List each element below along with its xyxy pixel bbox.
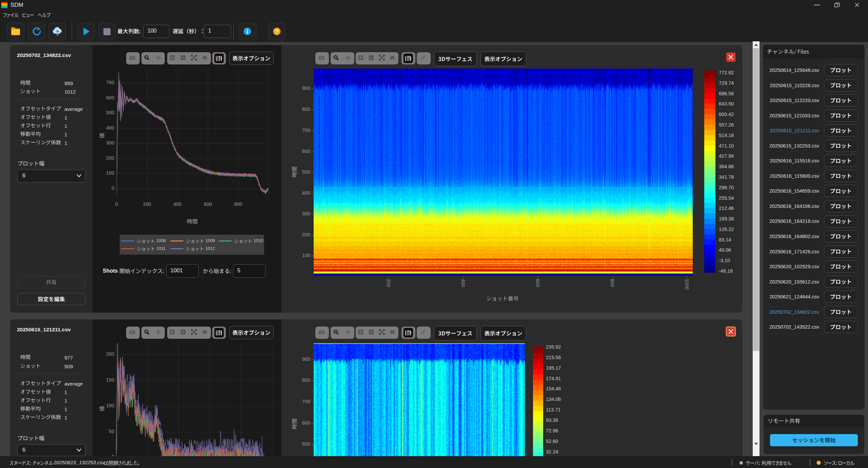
- svg-text:?: ?: [275, 29, 279, 35]
